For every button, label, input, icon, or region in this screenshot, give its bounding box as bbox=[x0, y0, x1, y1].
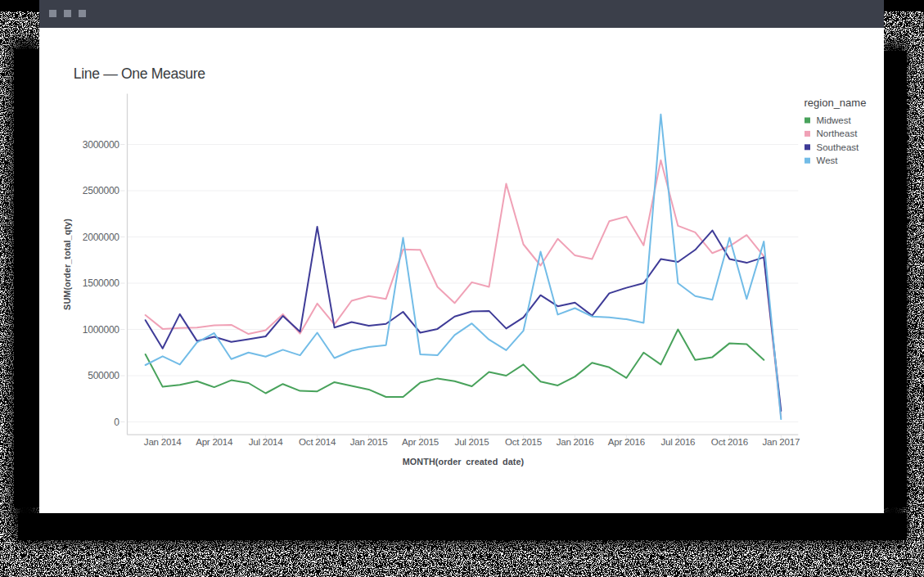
svg-text:2500000: 2500000 bbox=[83, 185, 120, 196]
svg-text:0: 0 bbox=[114, 417, 119, 428]
svg-text:Apr 2014: Apr 2014 bbox=[196, 436, 233, 447]
svg-text:Oct 2016: Oct 2016 bbox=[711, 436, 748, 447]
svg-text:3000000: 3000000 bbox=[83, 139, 120, 151]
svg-text:Oct 2014: Oct 2014 bbox=[299, 436, 336, 447]
svg-text:Midwest: Midwest bbox=[817, 115, 852, 125]
svg-text:Oct 2015: Oct 2015 bbox=[505, 436, 542, 447]
svg-text:SUM(order_total_qty): SUM(order_total_qty) bbox=[62, 219, 72, 310]
svg-text:2000000: 2000000 bbox=[83, 232, 120, 243]
svg-text:Jul 2016: Jul 2016 bbox=[660, 436, 695, 447]
svg-text:MONTH(order created date): MONTH(order created date) bbox=[403, 457, 525, 467]
svg-text:Jul 2014: Jul 2014 bbox=[249, 436, 284, 447]
svg-text:region_name: region_name bbox=[805, 97, 867, 109]
svg-text:Northeast: Northeast bbox=[817, 128, 859, 138]
svg-text:Southeast: Southeast bbox=[817, 142, 860, 152]
svg-text:500000: 500000 bbox=[88, 370, 119, 381]
svg-text:1500000: 1500000 bbox=[83, 277, 120, 289]
svg-text:Jan 2015: Jan 2015 bbox=[350, 436, 388, 447]
svg-text:Apr 2015: Apr 2015 bbox=[402, 436, 439, 447]
svg-text:Jan 2017: Jan 2017 bbox=[762, 436, 800, 447]
svg-text:1000000: 1000000 bbox=[83, 324, 120, 336]
svg-text:Jan 2016: Jan 2016 bbox=[557, 436, 594, 447]
svg-text:Jan 2014: Jan 2014 bbox=[144, 436, 183, 447]
svg-text:Jul 2015: Jul 2015 bbox=[455, 436, 489, 447]
svg-text:West: West bbox=[817, 156, 839, 165]
svg-text:Apr 2016: Apr 2016 bbox=[608, 436, 645, 447]
